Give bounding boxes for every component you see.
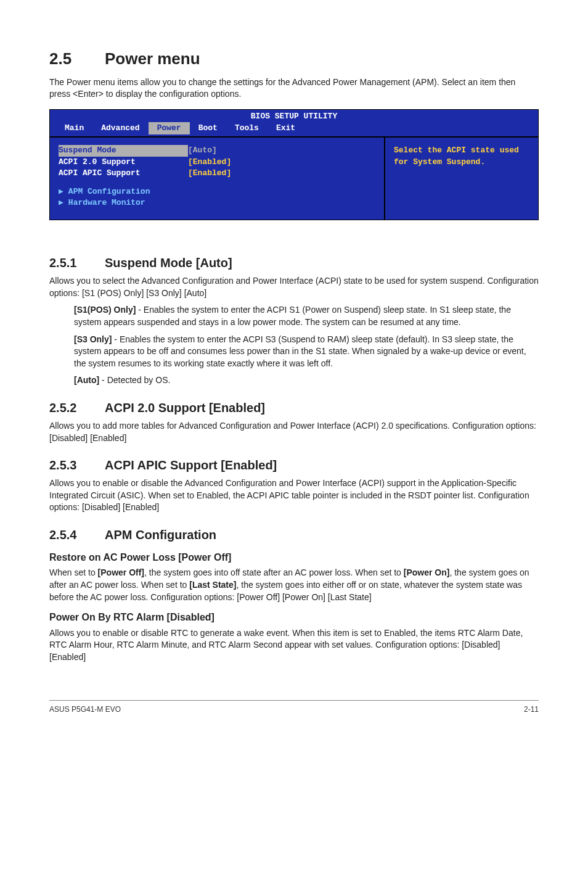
subsection-title: Suspend Mode [Auto]	[105, 256, 232, 270]
option-auto: [Auto] - Detected by OS.	[74, 374, 539, 387]
bios-subitem-hwmonitor: ▶ Hardware Monitor	[59, 197, 375, 208]
subsection-body: Allows you to enable or disable the Adva…	[49, 477, 539, 514]
subsubsection-heading: Power On By RTC Alarm [Disabled]	[49, 611, 539, 624]
bios-subitem-apm: ▶ APM Configuration	[59, 186, 375, 197]
bios-row-acpi20: ACPI 2.0 Support [Enabled]	[59, 157, 375, 168]
option-text: - Enables the system to enter the ACPI S…	[74, 334, 526, 368]
option-label: [S1(POS) Only]	[74, 305, 136, 315]
bios-tabs: Main Advanced Power Boot Tools Exit	[50, 122, 538, 136]
bios-left-pane: Suspend Mode [Auto] ACPI 2.0 Support [En…	[50, 138, 384, 220]
subsection-number: 2.5.1	[49, 254, 105, 271]
text-fragment: When set to	[49, 567, 98, 577]
bios-value: [Enabled]	[188, 157, 231, 168]
subsubsection-body: When set to [Power Off], the system goes…	[49, 567, 539, 603]
option-label: [Auto]	[74, 375, 99, 385]
bios-row-acpiapic: ACPI APIC Support [Enabled]	[59, 168, 375, 179]
subsection-heading: 2.5.3ACPI APIC Support [Enabled]	[49, 456, 539, 474]
subsection-heading: 2.5.4APM Configuration	[49, 526, 539, 543]
bios-bottom-curve	[49, 231, 539, 242]
option-text: - Enables the system to enter the ACPI S…	[74, 305, 511, 327]
triangle-right-icon: ▶	[59, 197, 63, 208]
bios-label: Suspend Mode	[59, 145, 188, 156]
section-intro: The Power menu items allow you to change…	[49, 76, 539, 101]
subsection-title: ACPI APIC Support [Enabled]	[105, 458, 277, 472]
bold-option: [Last State]	[189, 580, 236, 590]
bios-label: ACPI 2.0 Support	[59, 157, 188, 168]
option-block: [S1(POS) Only] - Enables the system to e…	[74, 304, 539, 387]
option-text: - Detected by OS.	[99, 375, 170, 385]
subsection-body: Allows you to select the Advanced Config…	[49, 275, 539, 299]
bios-tab-tools: Tools	[226, 122, 267, 134]
bios-body: Suspend Mode [Auto] ACPI 2.0 Support [En…	[50, 136, 538, 220]
page-footer: ASUS P5G41-M EVO 2-11	[49, 700, 539, 715]
footer-right: 2-11	[524, 704, 539, 715]
bios-tab-advanced: Advanced	[92, 122, 148, 134]
bios-value: [Enabled]	[188, 168, 231, 179]
option-label: [S3 Only]	[74, 334, 112, 344]
text-fragment: , the system goes into off state after a…	[144, 567, 404, 577]
triangle-right-icon: ▶	[59, 186, 63, 197]
subsubsection-body: Allows you to enable or disable RTC to g…	[49, 627, 539, 664]
bios-label: ACPI APIC Support	[59, 168, 188, 179]
subsection-heading: 2.5.2ACPI 2.0 Support [Enabled]	[49, 399, 539, 416]
bios-subitem-label: APM Configuration	[68, 186, 150, 197]
footer-left: ASUS P5G41-M EVO	[49, 704, 121, 715]
bios-tab-boot: Boot	[190, 122, 226, 134]
bios-help-pane: Select the ACPI state used for System Su…	[384, 138, 538, 220]
bold-option: [Power On]	[404, 567, 450, 577]
subsection-heading: 2.5.1Suspend Mode [Auto]	[49, 254, 539, 271]
section-heading: 2.5Power menu	[49, 47, 539, 70]
subsection-title: ACPI 2.0 Support [Enabled]	[105, 401, 265, 415]
subsection-number: 2.5.3	[49, 456, 105, 474]
section-title-text: Power menu	[105, 49, 200, 68]
subsection-number: 2.5.2	[49, 399, 105, 416]
subsection-number: 2.5.4	[49, 526, 105, 543]
bios-subitem-label: Hardware Monitor	[68, 197, 145, 208]
bios-tab-main: Main	[56, 122, 92, 134]
bios-screenshot: BIOS SETUP UTILITY Main Advanced Power B…	[49, 109, 539, 220]
bios-title: BIOS SETUP UTILITY	[50, 110, 538, 122]
subsubsection-heading: Restore on AC Power Loss [Power Off]	[49, 551, 539, 564]
bios-tab-exit: Exit	[267, 122, 304, 134]
bold-option: [Power Off]	[98, 567, 144, 577]
option-s3only: [S3 Only] - Enables the system to enter …	[74, 334, 539, 370]
bios-tab-power: Power	[149, 122, 190, 134]
subsection-body: Allows you to add more tables for Advanc…	[49, 420, 539, 444]
bios-value: [Auto]	[188, 145, 217, 156]
section-number: 2.5	[49, 47, 105, 70]
option-s1pos: [S1(POS) Only] - Enables the system to e…	[74, 304, 539, 328]
subsection-title: APM Configuration	[105, 528, 216, 542]
bios-row-suspend: Suspend Mode [Auto]	[59, 145, 375, 156]
